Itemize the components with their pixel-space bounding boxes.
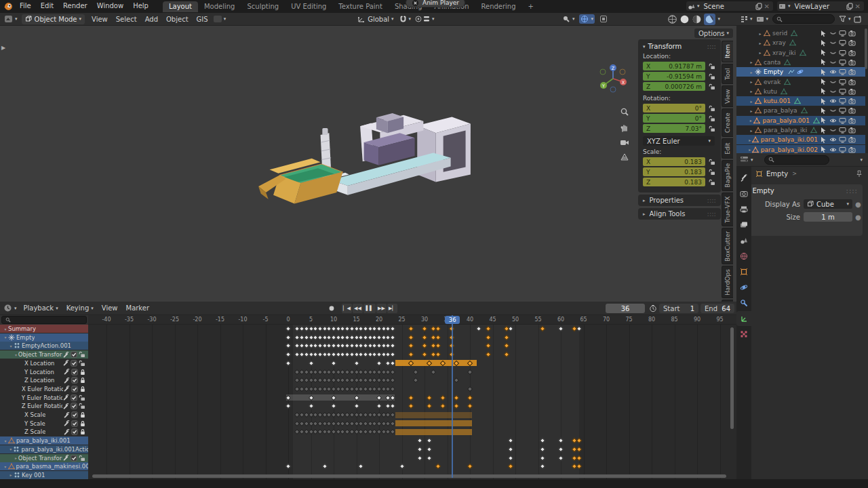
expand-icon[interactable]: ▸ xyxy=(748,60,755,64)
options-dropdown[interactable]: Options▾ xyxy=(694,28,733,38)
properties-editor-type-button[interactable]: ▾ xyxy=(740,156,753,164)
keyframe-selected[interactable] xyxy=(422,352,427,357)
viewport-menu-select[interactable]: Select xyxy=(112,16,141,23)
keyframe[interactable] xyxy=(431,369,436,374)
properties-search-input[interactable] xyxy=(764,155,829,165)
keyframe-selected[interactable] xyxy=(467,464,473,469)
prev-keyframe-button[interactable]: ◀◀ xyxy=(353,304,363,313)
close-viewlayer-icon[interactable]: ✕ xyxy=(853,3,863,10)
viewlayer-selector[interactable]: ▾ ViewLayer ✕ xyxy=(777,1,864,11)
channel-object[interactable]: ▾Empty xyxy=(0,333,88,342)
keyframe-selected[interactable] xyxy=(467,394,473,400)
n-panel-tab-true-vfx[interactable]: True-VFX xyxy=(722,192,733,226)
pan-hand-icon[interactable] xyxy=(620,123,629,132)
rotation-z-field[interactable]: Z7.03° xyxy=(643,124,705,133)
outliner-row[interactable]: ▸evrak xyxy=(736,77,865,87)
copy-scene-icon[interactable] xyxy=(755,3,762,10)
scene-selector[interactable]: ▾ Scene ✕ xyxy=(686,1,773,11)
camera-view-icon[interactable] xyxy=(620,138,629,147)
breadcrumb[interactable]: Empty xyxy=(766,170,788,178)
channel-group[interactable]: ▸Object Transforms xyxy=(0,454,88,462)
keyframe[interactable] xyxy=(390,352,395,357)
dope-sheet-menu-view[interactable]: View xyxy=(98,304,122,312)
xray-toggle[interactable] xyxy=(599,15,608,23)
keyframe-selected[interactable] xyxy=(435,343,441,348)
expand-icon[interactable]: ▾ xyxy=(3,335,8,340)
n-panel-tab-edit[interactable]: Edit xyxy=(722,138,733,159)
scale-x-field[interactable]: X0.183 xyxy=(643,157,705,166)
channel-search-input[interactable] xyxy=(1,316,87,324)
workspace-tab-uv-editing[interactable]: UV Editing xyxy=(285,1,332,12)
n-panel-tab-create[interactable]: Create xyxy=(722,108,733,137)
end-frame-field[interactable]: End 64 xyxy=(701,304,734,313)
keyframe-selected[interactable] xyxy=(435,326,441,331)
snap-magnet-button[interactable]: ▾ xyxy=(399,16,412,23)
properties-tab-physics[interactable] xyxy=(736,280,751,295)
keyframe-selected[interactable] xyxy=(503,326,509,331)
keyframe[interactable] xyxy=(508,438,513,443)
keyframe[interactable] xyxy=(558,438,564,443)
properties-tab-world[interactable] xyxy=(736,249,751,264)
workspace-tab-sculpting[interactable]: Sculpting xyxy=(241,1,285,12)
keyframe[interactable] xyxy=(540,455,545,460)
keyframe-selected[interactable] xyxy=(422,343,427,348)
blender-logo-icon[interactable] xyxy=(4,2,13,11)
add-workspace-button[interactable]: + xyxy=(522,1,540,12)
panel-grip-icon[interactable]: :::: xyxy=(707,43,716,50)
keyframe[interactable] xyxy=(508,447,513,452)
outliner-filter-funnel-button[interactable]: ▾ xyxy=(839,16,851,22)
lock-open-icon[interactable] xyxy=(709,83,716,90)
keyframe[interactable] xyxy=(412,378,418,383)
keyframe-selected[interactable] xyxy=(540,326,545,331)
anim-player-pill[interactable]: Anim Player xyxy=(406,0,465,7)
panel-grip-icon[interactable]: :::: xyxy=(846,187,858,195)
lock-open-icon[interactable] xyxy=(709,115,716,122)
mode-dropdown[interactable]: Object Mode▾ xyxy=(22,14,85,24)
keyframe-selected[interactable] xyxy=(503,352,509,357)
current-frame-field[interactable]: 36 xyxy=(606,304,645,313)
keyframe[interactable] xyxy=(353,403,359,409)
keyframe-selected[interactable] xyxy=(426,403,431,409)
lock-open-icon[interactable] xyxy=(709,125,716,132)
keyframe-selected[interactable] xyxy=(408,343,414,348)
keyframe-selected[interactable] xyxy=(440,403,446,409)
keyframe-selected[interactable] xyxy=(435,464,441,469)
properties-tab-output[interactable] xyxy=(736,202,751,217)
expand-icon[interactable]: ▾ xyxy=(3,327,8,331)
v-scrollbar[interactable] xyxy=(730,327,734,429)
keyframe[interactable] xyxy=(426,447,431,452)
keyframe[interactable] xyxy=(558,447,564,452)
perspective-toggle-icon[interactable] xyxy=(620,152,629,162)
auto-key-button[interactable] xyxy=(326,304,336,313)
outliner-row[interactable]: ▸para_balya xyxy=(736,106,865,115)
zoom-tool-icon[interactable] xyxy=(620,107,629,117)
lock-open-icon[interactable] xyxy=(709,105,716,112)
n-panel-tab-view[interactable]: View xyxy=(722,85,733,107)
playhead-line[interactable] xyxy=(452,315,453,478)
workspace-tab-modeling[interactable]: Modeling xyxy=(198,1,241,12)
keyframe-selected[interactable] xyxy=(435,352,441,357)
outliner-search-input[interactable] xyxy=(772,14,835,24)
workspace-tab-layout[interactable]: Layout xyxy=(163,1,198,12)
channel-fcurve[interactable]: X Scale xyxy=(0,411,88,419)
keyframe-area[interactable] xyxy=(88,325,736,479)
transform-panel-header[interactable]: ▾Transform:::: xyxy=(643,43,716,50)
keyframe[interactable] xyxy=(390,326,395,331)
keyframe-selected[interactable] xyxy=(422,326,427,331)
lock-open-icon[interactable] xyxy=(709,73,716,80)
orientation-dropdown[interactable]: Global▾ xyxy=(357,16,393,23)
outliner-row[interactable]: ▸xray xyxy=(736,38,865,47)
outliner-row[interactable]: ▸para_balya_iki.001 xyxy=(736,135,865,144)
keyframe[interactable] xyxy=(426,438,431,443)
shading-material-icon[interactable] xyxy=(692,14,702,24)
channel-fcurve[interactable]: X Location xyxy=(0,359,88,367)
outliner-row[interactable]: ▸Empty xyxy=(736,67,865,77)
keyframe-selected[interactable] xyxy=(486,343,491,348)
rotation-x-field[interactable]: X0° xyxy=(643,104,705,113)
jump-to-start-button[interactable]: ▏◀ xyxy=(342,304,352,313)
scale-z-field[interactable]: Z0.183 xyxy=(643,178,705,186)
expand-icon[interactable]: ▸ xyxy=(14,455,18,460)
keyframe-selected[interactable] xyxy=(508,464,513,469)
jump-to-end-button[interactable]: ▶▏ xyxy=(387,304,397,313)
menu-render[interactable]: Render xyxy=(58,0,92,12)
